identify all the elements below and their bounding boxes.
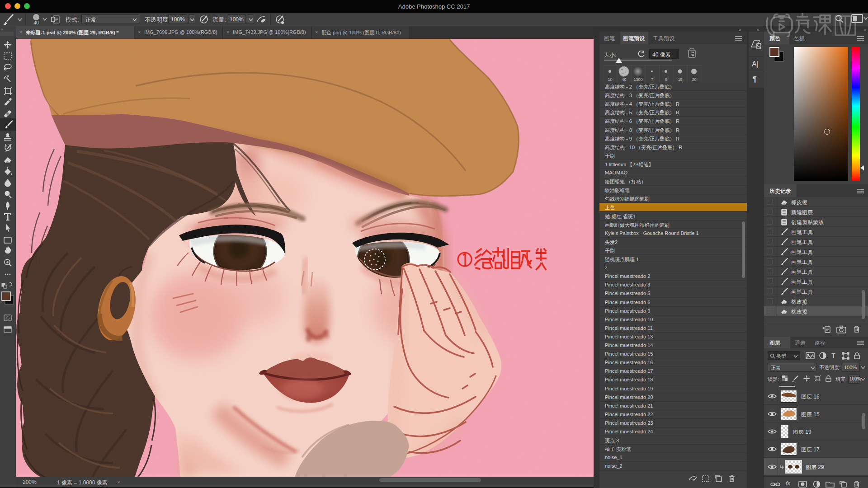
svg-text:40: 40 (33, 20, 39, 25)
svg-text:T: T (831, 352, 835, 359)
